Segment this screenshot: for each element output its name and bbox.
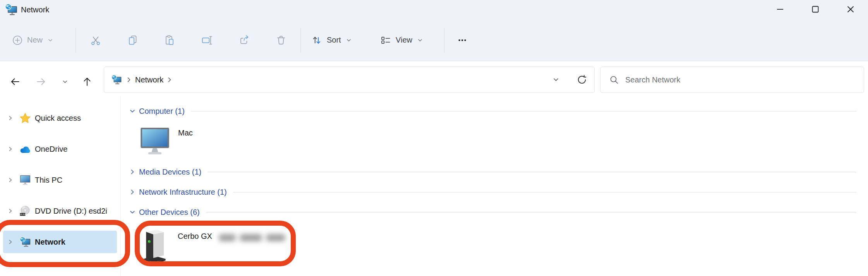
command-toolbar: New: [0, 19, 868, 61]
expand-chevron-icon[interactable]: [129, 168, 136, 175]
view-button[interactable]: View: [379, 19, 424, 61]
expand-chevron-icon[interactable]: [5, 146, 16, 152]
sidebar-item-network[interactable]: Network: [0, 226, 120, 257]
chevron-down-icon: [416, 36, 424, 44]
cut-button[interactable]: [87, 19, 104, 61]
group-label[interactable]: Other Devices (6): [139, 208, 200, 217]
search-box[interactable]: [600, 67, 864, 93]
forward-arrow-icon: [36, 76, 46, 87]
expand-chevron-icon[interactable]: [5, 177, 16, 183]
item-label: Cerbo GX: [178, 232, 212, 241]
redacted-text-blur: [219, 228, 290, 247]
address-row: Network: [0, 61, 868, 96]
expand-chevron-icon[interactable]: [129, 189, 136, 195]
toolbar-divider: [300, 28, 301, 53]
address-dropdown-chevron-icon[interactable]: [552, 75, 560, 84]
network-location-icon: [111, 74, 122, 85]
expand-chevron-icon[interactable]: [5, 115, 16, 121]
paste-icon: [163, 34, 176, 46]
window-title: Network: [21, 5, 49, 14]
toolbar-divider: [444, 28, 444, 53]
cut-icon: [89, 34, 102, 46]
sidebar-item-onedrive[interactable]: OneDrive: [0, 134, 120, 165]
group-label[interactable]: Computer (1): [139, 107, 185, 116]
group-divider-line: [208, 172, 856, 172]
search-icon: [609, 75, 619, 85]
breadcrumb-network[interactable]: Network: [135, 75, 163, 84]
sidebar-item-label: Quick access: [35, 114, 81, 123]
group-header-network-infrastructure[interactable]: Network Infrastructure (1): [129, 187, 856, 197]
toolbar-divider: [75, 28, 76, 53]
sidebar-item-label: OneDrive: [35, 145, 67, 154]
rename-icon: [201, 34, 213, 46]
share-button[interactable]: [236, 19, 253, 61]
view-layout-icon: [379, 34, 392, 46]
selected-row-highlight[interactable]: Network: [3, 231, 117, 253]
sidebar-item-label: Network: [35, 238, 65, 247]
sort-arrows-icon: [310, 34, 323, 46]
star-icon: [19, 112, 31, 124]
group-divider-line: [206, 212, 856, 213]
recent-locations-button[interactable]: [57, 73, 74, 90]
sidebar-item-dvd-drive[interactable]: DVD Drive (D:) esd2i: [0, 195, 120, 226]
search-input[interactable]: [625, 75, 855, 84]
trash-icon: [275, 34, 287, 46]
group-header-other-devices[interactable]: Other Devices (6): [129, 207, 856, 218]
item-mac[interactable]: Mac: [139, 125, 255, 159]
up-button[interactable]: [79, 73, 96, 90]
sort-button[interactable]: Sort: [310, 19, 353, 61]
monitor-icon: [19, 174, 31, 186]
title-bar: Network: [0, 0, 868, 19]
up-arrow-icon: [82, 76, 93, 87]
new-button[interactable]: New: [12, 19, 54, 61]
share-icon: [238, 34, 250, 46]
copy-icon: [127, 34, 139, 46]
dvd-disc-icon: [19, 205, 31, 217]
group-header-computer[interactable]: Computer (1): [129, 106, 856, 117]
computer-monitor-icon: [139, 125, 171, 157]
sidebar-item-label: This PC: [35, 176, 62, 185]
rename-button[interactable]: [199, 19, 216, 61]
group-divider-line: [233, 192, 856, 192]
group-label[interactable]: Media Devices (1): [139, 168, 201, 177]
maximize-icon: [811, 5, 820, 14]
items-view: Computer (1) Mac Media Devices (1) Netwo…: [121, 96, 868, 276]
copy-button[interactable]: [124, 19, 141, 61]
network-icon: [19, 236, 31, 248]
network-app-icon: [5, 3, 18, 16]
navigation-pane: Quick access OneDrive This PC DVD Drive …: [0, 96, 121, 276]
maximize-button[interactable]: [798, 0, 833, 19]
forward-button[interactable]: [33, 73, 50, 90]
refresh-icon[interactable]: [576, 74, 587, 85]
plus-circle-icon: [12, 34, 23, 46]
breadcrumb-chevron-icon[interactable]: [166, 76, 173, 84]
sort-button-label: Sort: [327, 36, 341, 45]
sidebar-item-quick-access[interactable]: Quick access: [0, 103, 120, 134]
ellipsis-icon: [456, 34, 468, 46]
sidebar-item-this-pc[interactable]: This PC: [0, 165, 120, 195]
new-button-label: New: [27, 36, 43, 45]
item-label: Mac: [178, 129, 193, 137]
onedrive-cloud-icon: [19, 146, 31, 154]
back-button[interactable]: [7, 73, 24, 90]
collapse-chevron-icon[interactable]: [129, 209, 136, 216]
expand-chevron-icon[interactable]: [5, 208, 16, 214]
window-controls: [762, 0, 868, 19]
view-button-label: View: [396, 36, 412, 45]
breadcrumb-chevron-icon: [125, 76, 133, 84]
group-header-media-devices[interactable]: Media Devices (1): [129, 166, 856, 177]
minimize-button[interactable]: [762, 0, 798, 19]
back-arrow-icon: [10, 76, 21, 87]
collapse-chevron-icon[interactable]: [129, 108, 136, 115]
chevron-down-icon: [345, 36, 353, 44]
group-label[interactable]: Network Infrastructure (1): [139, 188, 227, 197]
close-icon: [846, 5, 855, 14]
paste-button[interactable]: [161, 19, 178, 61]
address-bar[interactable]: Network: [104, 67, 595, 93]
delete-button[interactable]: [273, 19, 290, 61]
minimize-icon: [776, 5, 784, 14]
sidebar-item-label: DVD Drive (D:) esd2i: [35, 207, 107, 216]
expand-chevron-icon[interactable]: [5, 239, 16, 245]
close-button[interactable]: [833, 0, 868, 19]
more-options-button[interactable]: [453, 19, 472, 61]
